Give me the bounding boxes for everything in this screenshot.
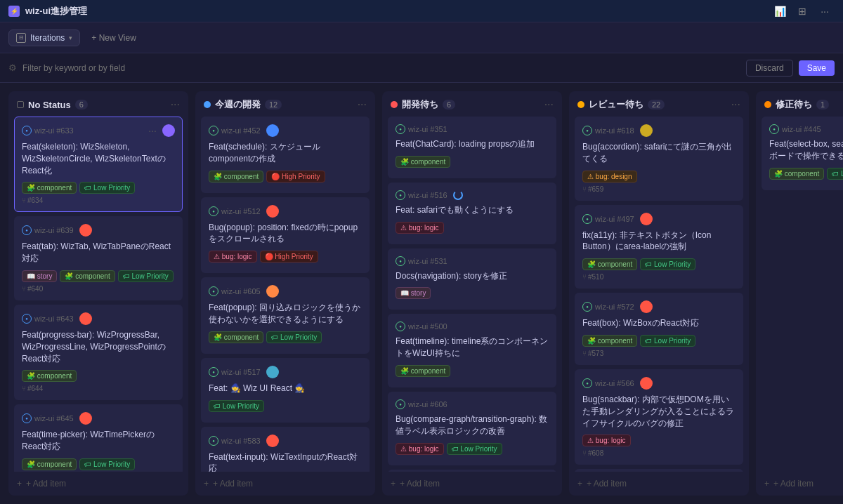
add-item-button[interactable]: ++ Add item xyxy=(8,472,188,496)
card-id-text: wiz-ui #445 xyxy=(782,125,821,133)
card[interactable]: ●wiz-ui #618Bug(accordion): safariにて謎の三角… xyxy=(575,117,743,201)
card-meta-item: ⑂ #573 xyxy=(582,350,603,357)
app-title: wiz-ui進捗管理 xyxy=(25,5,87,18)
filter-input[interactable] xyxy=(22,63,740,73)
column-header-fix-waiting: 修正待ち 1 ··· xyxy=(756,91,843,117)
card[interactable]: ●wiz-ui #516Feat: safariでも動くようにする⚠ bug: … xyxy=(388,183,556,244)
column-header-no-status: No Status 6 ··· xyxy=(8,91,188,117)
avatar-spinner xyxy=(453,190,463,200)
card-meta: ⑂ #644 xyxy=(22,385,175,392)
titlebar: ⚡ wiz-ui進捗管理 📊 ⊞ ··· xyxy=(0,0,843,22)
add-item-button[interactable]: ++ Add item xyxy=(569,472,749,496)
chart-view-button[interactable]: 📊 xyxy=(770,4,790,19)
column-menu-icon[interactable]: ··· xyxy=(358,98,367,111)
card-tag: 🧩 component xyxy=(582,258,637,270)
card-title: Feat: 🧙 Wiz UI React 🧙 xyxy=(209,383,362,394)
card[interactable]: ●wiz-ui #517Feat: 🧙 Wiz UI React 🧙🏷 Low … xyxy=(201,358,370,423)
add-view-button[interactable]: + New View xyxy=(86,30,141,46)
card[interactable]: ●wiz-ui #452Feat(schedule): スケジュールcompon… xyxy=(201,117,370,193)
add-item-button[interactable]: ++ Add item xyxy=(382,472,562,496)
card[interactable]: ●wiz-ui #645Feat(time-picker): WizTimePi… xyxy=(14,404,183,472)
add-view-label: + New View xyxy=(91,33,136,43)
plus-icon: + xyxy=(577,479,582,489)
card-title: Feat(schedule): スケジュールcomponentの作成 xyxy=(209,141,362,165)
card-id-text: wiz-ui #512 xyxy=(221,207,261,215)
card-status-icon: ● xyxy=(396,190,405,200)
avatar xyxy=(79,312,92,325)
column-count: 6 xyxy=(75,100,88,110)
card-status-icon: ● xyxy=(209,126,218,135)
card-id-text: wiz-ui #351 xyxy=(408,125,447,133)
discard-button[interactable]: Discard xyxy=(746,60,793,77)
card-status-icon: ● xyxy=(22,413,32,423)
add-item-button[interactable]: ++ Add item xyxy=(756,472,843,496)
column-menu-icon[interactable]: ··· xyxy=(731,98,740,111)
card-id-text: wiz-ui #643 xyxy=(34,314,74,323)
filter-icon: ⚙ xyxy=(8,62,17,73)
column-count: 12 xyxy=(265,100,282,110)
toolbar: ⊟ Iterations ▾ + New View xyxy=(0,22,843,53)
avatar xyxy=(640,124,653,137)
card[interactable]: ●wiz-ui #605Feat(popup): 回り込みロジックを使うか使わな… xyxy=(201,277,370,354)
card-tags: 🧩 component xyxy=(22,370,175,382)
more-options-button[interactable]: ··· xyxy=(815,4,835,19)
card-id-text: wiz-ui #618 xyxy=(595,126,634,135)
card-id-text: wiz-ui #497 xyxy=(595,215,634,223)
card[interactable]: ●wiz-ui #497fix(a11y): 非テキストボタン（Icon But… xyxy=(575,205,743,289)
card-tag: 🏷 Low Priority xyxy=(79,182,135,194)
card-title: Feat(progress-bar): WizProgressBar, WizP… xyxy=(22,329,175,364)
card-tags: 📖 story xyxy=(396,287,549,299)
column-cards-review-waiting: ●wiz-ui #618Bug(accordion): safariにて謎の三角… xyxy=(569,117,749,472)
column-menu-icon[interactable]: ··· xyxy=(544,98,554,111)
card-meta-item: ⑂ #640 xyxy=(22,285,43,293)
card[interactable]: ●wiz-ui #566Bug(snackbar): 内部で仮想DOMを用いた手… xyxy=(575,369,743,465)
card[interactable]: ●wiz-ui #643Feat(progress-bar): WizProgr… xyxy=(14,305,183,400)
card[interactable]: ●wiz-ui #531Docs(navigation): storyを修正📖 … xyxy=(388,248,556,310)
card-tag: 🧩 component xyxy=(769,168,824,180)
card-tag: 🧩 component xyxy=(396,365,450,377)
card-tags: 🧩 component🏷 Low Priority xyxy=(22,182,175,194)
card-id-row: ●wiz-ui #566 xyxy=(582,377,736,390)
card[interactable]: ●wiz-ui #583Feat(text-input): WizTextInp… xyxy=(201,427,370,472)
card[interactable]: ●wiz-ui #606Bug(compare-graph/transition… xyxy=(388,392,556,465)
card-status-icon: ● xyxy=(396,124,405,134)
card-title: Bug(snackbar): 内部で仮想DOMを用いた手動レンダリングが入ること… xyxy=(582,394,736,429)
card-status-icon: ● xyxy=(582,302,592,312)
card-options-icon[interactable]: ··· xyxy=(148,125,157,136)
add-item-button[interactable]: ++ Add item xyxy=(195,472,375,496)
column-cards-no-status: ●wiz-ui #633···Feat(skeleton): WizSkelet… xyxy=(8,117,188,472)
card[interactable]: ●wiz-ui #500Feat(timeline): timeline系のコン… xyxy=(388,314,556,387)
card-meta: ⑂ #608 xyxy=(582,449,736,457)
card[interactable]: ●wiz-ui #351Feat(ChatCard): loading prop… xyxy=(388,117,556,178)
card-tag: ⚠ bug: logic xyxy=(396,443,444,455)
card-title: Feat(skeleton): WizSkeleton, WizSkeleton… xyxy=(22,141,175,176)
card[interactable]: ●wiz-ui #633···Feat(skeleton): WizSkelet… xyxy=(14,117,183,212)
card-id-text: wiz-ui #583 xyxy=(221,437,261,445)
titlebar-controls: 📊 ⊞ ··· xyxy=(770,4,835,19)
card-id-row: ●wiz-ui #639 xyxy=(22,224,175,237)
plus-icon: + xyxy=(391,479,396,489)
card-id-text: wiz-ui #566 xyxy=(595,379,634,387)
add-item-label: + Add item xyxy=(26,479,66,489)
add-item-label: + Add item xyxy=(213,479,253,489)
iterations-view-tab[interactable]: ⊟ Iterations ▾ xyxy=(8,29,80,46)
card[interactable]: ●wiz-ui #639Feat(tab): WizTab, WizTabPan… xyxy=(14,216,183,300)
card-meta: ⑂ #634 xyxy=(22,197,175,204)
card[interactable]: ●wiz-ui #512Bug(popup): position: fixedの… xyxy=(201,197,370,274)
card-id-text: wiz-ui #633 xyxy=(34,126,74,135)
save-button[interactable]: Save xyxy=(799,60,835,76)
card-title: Feat: safariでも動くようにする xyxy=(396,204,549,216)
card[interactable]: ●wiz-ui #445Feat(select-box, search-sele… xyxy=(762,117,843,190)
card-tag: 🏷 Low Priority xyxy=(209,400,264,412)
card-tag: 🧩 component xyxy=(22,182,77,194)
column-title: 今週の開発 xyxy=(215,98,261,111)
layout-view-button[interactable]: ⊞ xyxy=(792,4,812,19)
card-meta: ⑂ #510 xyxy=(582,273,736,281)
column-no-status: No Status 6 ··· ●wiz-ui #633···Feat(skel… xyxy=(8,91,188,496)
card-status-icon: ● xyxy=(22,126,32,135)
card-id-row: ●wiz-ui #583 xyxy=(209,435,362,447)
column-menu-icon[interactable]: ··· xyxy=(171,98,180,111)
card[interactable]: ●wiz-ui #572Feat(box): WizBoxのReact対応🧩 c… xyxy=(575,293,743,365)
add-item-label: + Add item xyxy=(400,479,440,489)
card-title: Feat(timeline): timeline系のコンポーネントをWizUI持… xyxy=(396,336,549,359)
